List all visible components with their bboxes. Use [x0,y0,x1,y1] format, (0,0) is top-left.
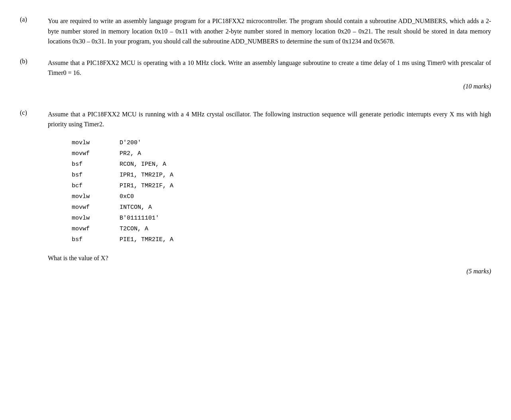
code-operand: B'01111101' [120,213,159,224]
code-block: movlwD'200'movwfPR2, AbsfRCON, IPEN, Abs… [72,137,491,245]
code-instruction: bcf [72,181,120,191]
question-a: (a) You are required to write an assembl… [20,16,491,47]
question-c-content: Assume that a PIC18FXX2 MCU is running w… [48,109,491,283]
code-instruction: bsf [72,234,120,245]
code-operand: RCON, IPEN, A [120,159,166,170]
code-operand: PIE1, TMR2IE, A [120,234,173,245]
question-a-label: (a) [20,16,48,23]
question-c-label: (c) [20,109,48,116]
question-b-content: Assume that a PIC18FXX2 MCU is operating… [48,58,491,98]
code-row: movlwD'200' [72,137,491,148]
question-b: (b) Assume that a PIC18FXX2 MCU is opera… [20,58,491,98]
code-instruction: bsf [72,170,120,181]
code-instruction: movlw [72,213,120,224]
question-a-content: You are required to write an assembly la… [48,16,491,47]
question-b-marks: (10 marks) [48,81,491,92]
code-row: movlw0xC0 [72,191,491,202]
code-operand: D'200' [120,137,141,148]
code-row: movwfPR2, A [72,148,491,159]
question-c-marks: (5 marks) [48,266,491,277]
code-instruction: movlw [72,137,120,148]
code-instruction: movlw [72,191,120,202]
code-operand: PIR1, TMR2IF, A [120,181,173,191]
code-row: bcfPIR1, TMR2IF, A [72,181,491,191]
code-row: movwfT2CON, A [72,224,491,234]
code-instruction: movwf [72,148,120,159]
code-row: movwfINTCON, A [72,202,491,213]
code-row: bsfPIE1, TMR2IE, A [72,234,491,245]
question-c-question: What is the value of X? [48,253,491,263]
code-row: bsfIPR1, TMR2IP, A [72,170,491,181]
question-b-label: (b) [20,58,48,65]
code-instruction: movwf [72,202,120,213]
code-row: movlwB'01111101' [72,213,491,224]
code-operand: IPR1, TMR2IP, A [120,170,173,181]
question-a-text: You are required to write an assembly la… [48,16,491,47]
question-b-text: Assume that a PIC18FXX2 MCU is operating… [48,58,491,78]
code-operand: INTCON, A [120,202,152,213]
code-instruction: movwf [72,224,120,234]
question-c: (c) Assume that a PIC18FXX2 MCU is runni… [20,109,491,283]
question-c-text: Assume that a PIC18FXX2 MCU is running w… [48,109,491,130]
code-operand: 0xC0 [120,191,134,202]
code-operand: PR2, A [120,148,141,159]
code-instruction: bsf [72,159,120,170]
code-row: bsfRCON, IPEN, A [72,159,491,170]
code-operand: T2CON, A [120,224,148,234]
